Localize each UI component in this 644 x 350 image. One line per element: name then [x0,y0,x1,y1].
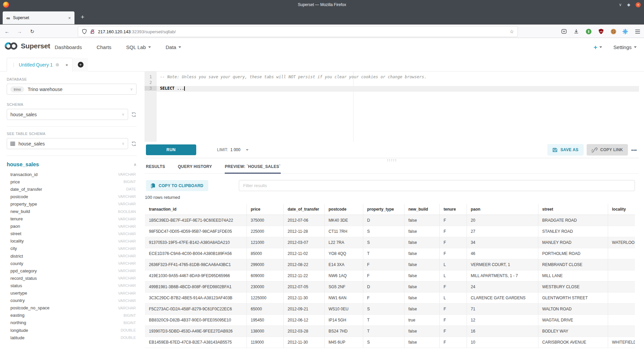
schema-column-row[interactable]: date_of_transferDATE [10,185,137,193]
results-column-header[interactable]: street [538,204,608,215]
results-column-header[interactable]: date_of_transfer [283,204,324,215]
window-maximize-icon[interactable]: ◆ [627,3,630,7]
window-close-icon[interactable]: × [636,2,641,7]
back-button[interactable]: ← [3,25,11,38]
sql-editor[interactable]: 1 -- Note: Unless you save your query, t… [145,72,639,142]
tab-preview-house-sales[interactable]: PREVIEW: `HOUSE_SALES` [225,162,280,173]
settings-menu[interactable]: Settings [613,44,637,50]
schema-column-row[interactable]: longitudeDOUBLE [10,326,137,334]
copy-to-clipboard-button[interactable]: COPY TO CLIPBOARD [146,180,208,191]
ublock-icon[interactable]: uO [597,25,605,38]
schema-column-row[interactable]: streetVARCHAR [10,230,137,237]
extension-green-icon[interactable] [584,25,593,38]
table-row[interactable]: 193907D3-5DBD-453D-A49E-9FEE27DAB9261380… [145,326,635,337]
schema-column-row[interactable]: ppd_categoryVARCHAR [10,267,137,274]
table-row[interactable]: 98F5DC47-0D05-4D59-95B7-98CA6F1FDE052250… [145,226,635,237]
save-as-button[interactable]: SAVE AS [547,144,583,156]
results-cell: 2012-09-21 [283,304,324,315]
table-row[interactable]: 419E1030-9A55-4467-8DA9-9FED95D659666090… [145,270,635,281]
query-tab[interactable]: ⋮ Untitled Query 1 × [7,58,73,72]
schema-column-row[interactable]: eastingBIGINT [10,312,137,319]
shield-icon[interactable] [82,29,87,34]
collapse-chevron-icon[interactable]: ∧ [133,162,137,167]
refresh-schema-icon[interactable] [131,112,137,117]
table-row[interactable]: BB8320C9-D82B-4B37-90E0-9FEE05095E101954… [145,315,635,326]
table-row[interactable]: ECE1D376-C9A6-4C00-B004-A380B189FA568500… [145,248,635,259]
schema-column-row[interactable]: record_statusVARCHAR [10,274,137,282]
table-select[interactable]: house_sales ∨ [7,138,128,149]
results-column-header[interactable]: locality [608,204,635,215]
new-tab-button[interactable]: + [78,12,87,22]
results-cell: 609000 [247,270,283,281]
table-row[interactable]: 3C3C29DC-B7B2-4BE5-914A-A38123AF403B1225… [145,293,635,304]
bookmark-star-icon[interactable]: ☆ [509,29,514,34]
add-query-tab-button[interactable]: + [73,58,88,72]
schema-column-row[interactable]: property_typeVARCHAR [10,200,137,208]
schema-column-row[interactable]: postcode_no_spaceVARCHAR [10,304,137,312]
schema-column-row[interactable]: northingBIGINT [10,319,137,326]
limit-control[interactable]: LIMIT: 1 000 [217,147,249,152]
results-cell: 2012-08-22 [283,259,324,270]
schema-select[interactable]: house_sales ∨ [7,109,128,120]
schema-column-row[interactable]: paonVARCHAR [10,223,137,230]
lock-disabled-icon[interactable] [90,29,95,34]
schema-column-row[interactable]: transaction_idVARCHAR [10,171,137,178]
table-row[interactable]: 499B1981-3B6B-4BCD-808F-9FED9802BFA12300… [145,281,635,293]
menu-hamburger-icon[interactable] [633,25,642,38]
table-row[interactable]: F5C273AC-0D2A-458F-8279-9C61F0C22EC66500… [145,304,635,315]
window-minimize-icon[interactable]: ∨ [619,3,622,7]
results-column-header[interactable]: new_build [404,204,439,215]
browser-tab[interactable]: ∞ Superset × [3,11,74,24]
pane-resize-handle[interactable] [387,159,397,162]
results-column-header[interactable]: postcode [324,204,363,215]
url-bar[interactable]: 217.160.120.143:32393/superset/sqllab/ ☆ [78,27,518,37]
pocket-icon[interactable] [559,25,568,38]
column-type: VARCHAR [118,194,137,199]
query-tab-close-icon[interactable]: × [65,62,68,68]
results-column-header[interactable]: property_type [363,204,404,215]
schema-column-row[interactable]: localityVARCHAR [10,237,137,245]
table-row[interactable]: 1B5C39ED-BE7F-41EF-9E71-9C60EED74A223750… [145,215,635,226]
results-column-header[interactable]: paon [467,204,538,215]
filter-results-input[interactable] [239,180,635,191]
schema-column-row[interactable]: cityVARCHAR [10,245,137,252]
cookie-icon[interactable] [609,25,618,38]
schema-column-row[interactable]: countyVARCHAR [10,260,137,267]
add-new-button[interactable]: + [594,44,602,51]
schema-column-row[interactable]: usertypeVARCHAR [10,290,137,297]
schema-column-row[interactable]: latitudeDOUBLE [10,334,137,341]
schema-column-row[interactable]: tenureVARCHAR [10,215,137,223]
browser-tab-close-icon[interactable]: × [68,15,71,20]
schema-column-row[interactable]: new_buildBOOLEAN [10,208,137,215]
tab-results[interactable]: RESULTS [146,162,165,173]
nav-charts[interactable]: Charts [97,44,111,50]
tab-query-history[interactable]: QUERY HISTORY [178,162,212,173]
copy-link-button[interactable]: COPY LINK [587,144,628,156]
drag-handle-icon[interactable]: ⋮ [11,62,16,68]
download-icon[interactable] [572,25,581,38]
refresh-table-icon[interactable] [131,141,137,146]
schema-column-row[interactable]: countryVARCHAR [10,297,137,304]
table-row[interactable]: 2636F323-FF41-4765-81DB-98CAA6A43BC12990… [145,259,635,270]
forward-button[interactable]: → [15,25,24,38]
schema-column-row[interactable]: statusVARCHAR [10,282,137,289]
table-schema-heading[interactable]: house_sales [7,162,39,168]
schema-column-row[interactable]: districtVARCHAR [10,252,137,260]
nav-sql-lab[interactable]: SQL Lab [126,44,151,50]
results-column-header[interactable]: price [247,204,283,215]
results-cell: WESTBURY CLOSE [538,281,608,293]
table-row[interactable]: 91370533-19F5-47FE-B142-A380A8ADA2101210… [145,237,635,248]
sparkle-blue-icon[interactable] [621,25,630,38]
run-button[interactable]: RUN [146,144,196,155]
database-select[interactable]: trino Trino warehouse ∨ [7,84,137,95]
reload-button[interactable]: ↻ [28,25,37,38]
nav-dashboards[interactable]: Dashboards [55,44,82,50]
results-column-header[interactable]: tenure [439,204,467,215]
table-row[interactable]: EB1459EB-67ED-47C8-B2E7-A38143AB55751190… [145,337,635,348]
results-column-header[interactable]: transaction_id [145,204,247,215]
more-options-button[interactable]: ••• [631,147,637,152]
schema-column-row[interactable]: priceBIGINT [10,178,137,185]
nav-data[interactable]: Data [166,44,181,50]
schema-column-row[interactable]: postcodeVARCHAR [10,193,137,200]
superset-logo[interactable]: Superset [4,42,50,50]
